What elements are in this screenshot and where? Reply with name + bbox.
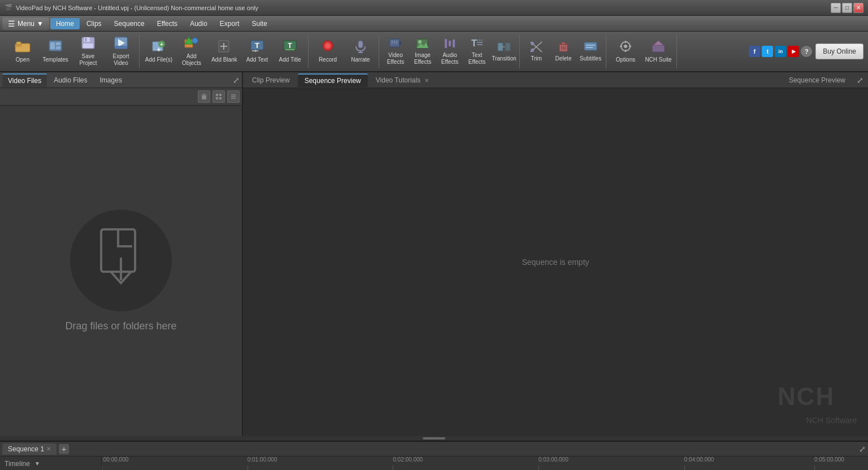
add-text-button[interactable]: T Add Text bbox=[241, 35, 273, 68]
file-tab-images[interactable]: Images bbox=[94, 74, 128, 86]
menu-home[interactable]: Home bbox=[50, 18, 80, 29]
file-panel-expand[interactable]: ⤢ bbox=[233, 76, 240, 85]
facebook-icon[interactable]: f bbox=[749, 46, 760, 57]
time-ruler: :00:00,000 0:01:00.000 0:02:00.000 0:03:… bbox=[102, 456, 868, 470]
save-icon bbox=[81, 36, 96, 52]
svg-rect-43 bbox=[445, 39, 447, 48]
menu-sequence[interactable]: Sequence bbox=[108, 18, 150, 29]
svg-text:T: T bbox=[288, 42, 292, 50]
file-view-thumb[interactable] bbox=[212, 90, 225, 103]
video-effects-button[interactable]: Video Effects bbox=[383, 35, 409, 68]
trim-button[interactable]: Trim bbox=[523, 35, 549, 68]
close-tutorials-tab[interactable]: ✕ bbox=[424, 77, 429, 84]
preview-panel-title: Sequence Preview bbox=[789, 76, 850, 84]
record-button[interactable]: Record bbox=[312, 35, 344, 68]
export-video-button[interactable]: Export Video bbox=[105, 35, 137, 68]
menu-dropdown[interactable]: ☰ Menu ▼ bbox=[2, 18, 49, 30]
svg-point-67 bbox=[624, 45, 627, 48]
transition-icon bbox=[497, 41, 511, 54]
subtitles-button[interactable]: Subtitles bbox=[578, 35, 604, 68]
image-effects-button[interactable]: Image Effects bbox=[410, 35, 436, 68]
templates-icon bbox=[48, 40, 63, 55]
svg-rect-44 bbox=[449, 41, 451, 46]
file-tab-video[interactable]: Video Files bbox=[2, 73, 47, 87]
preview-expand-icon[interactable]: ⤢ bbox=[854, 76, 866, 85]
sequence-tab-label: Sequence 1 bbox=[8, 445, 44, 453]
preview-header-right: Sequence Preview ⤢ bbox=[789, 76, 866, 85]
text-effects-button[interactable]: T Text Effects bbox=[464, 35, 490, 68]
file-delete-btn[interactable] bbox=[198, 90, 210, 103]
menu-export[interactable]: Export bbox=[214, 18, 245, 29]
menu-effects[interactable]: Effects bbox=[151, 18, 183, 29]
help-icon[interactable]: ? bbox=[801, 46, 812, 57]
video-effects-icon bbox=[389, 38, 402, 51]
menu-audio[interactable]: Audio bbox=[184, 18, 213, 29]
svg-rect-13 bbox=[115, 46, 127, 49]
open-label: Open bbox=[16, 56, 29, 63]
svg-rect-6 bbox=[56, 46, 60, 49]
sequence-tab-1[interactable]: Sequence 1 ✕ bbox=[2, 443, 57, 455]
splitter-handle bbox=[423, 437, 445, 439]
tab-clip-preview[interactable]: Clip Preview bbox=[245, 74, 297, 86]
file-view-list[interactable] bbox=[227, 90, 240, 103]
add-objects-button[interactable]: Add Objects bbox=[176, 35, 207, 68]
timeline-header: Timeline ▼ :00:00,000 0:01:00.000 0:02:0… bbox=[0, 456, 868, 470]
nch-suite-label: NCH Suite bbox=[645, 56, 671, 63]
options-button[interactable]: Options bbox=[610, 35, 641, 68]
menu-label: Menu bbox=[18, 20, 34, 28]
add-files-button[interactable]: ++ Add File(s) bbox=[143, 35, 175, 68]
narrate-button[interactable]: Narrate bbox=[345, 35, 376, 68]
svg-point-55 bbox=[531, 42, 534, 45]
save-project-button[interactable]: Save Project bbox=[72, 35, 104, 68]
maximize-button[interactable]: □ bbox=[842, 3, 852, 13]
toolbar-group-record: Record Narrate bbox=[310, 34, 379, 68]
file-toolbar bbox=[0, 88, 242, 106]
audio-effects-icon bbox=[443, 38, 457, 51]
svg-rect-2 bbox=[16, 42, 21, 45]
templates-button[interactable]: Templates bbox=[40, 35, 71, 68]
open-button[interactable]: Open bbox=[7, 35, 38, 68]
main-splitter[interactable] bbox=[0, 436, 868, 441]
add-title-button[interactable]: T Add Title bbox=[274, 35, 306, 68]
hamburger-icon: ☰ bbox=[8, 19, 15, 28]
nch-suite-button[interactable]: NCH Suite bbox=[643, 35, 674, 68]
toolbar-group-settings: Options NCH Suite bbox=[607, 34, 677, 68]
timeline-expand-icon[interactable]: ⤢ bbox=[859, 445, 866, 454]
buy-online-button[interactable]: Buy Online bbox=[815, 43, 863, 59]
audio-effects-button[interactable]: Audio Effects bbox=[437, 35, 463, 68]
svg-rect-8 bbox=[84, 37, 90, 42]
svg-rect-59 bbox=[562, 42, 565, 44]
add-files-label: Add File(s) bbox=[145, 56, 172, 63]
svg-rect-63 bbox=[584, 42, 597, 50]
add-objects-label: Add Objects bbox=[177, 53, 206, 67]
menu-suite[interactable]: Suite bbox=[246, 18, 273, 29]
add-sequence-button[interactable]: + bbox=[59, 444, 69, 454]
preview-panel: Clip Preview Sequence Preview Video Tuto… bbox=[243, 72, 868, 436]
sequence-empty-text: Sequence is empty bbox=[522, 258, 589, 267]
save-project-label: Save Project bbox=[73, 53, 103, 67]
trim-label: Trim bbox=[531, 55, 542, 62]
nch-logo: NCH bbox=[778, 382, 857, 416]
file-tab-audio[interactable]: Audio Files bbox=[48, 74, 93, 86]
add-blank-button[interactable]: Add Blank bbox=[209, 35, 240, 68]
sequence-tab-close[interactable]: ✕ bbox=[46, 446, 51, 452]
text-effects-label: Text Effects bbox=[465, 52, 489, 66]
trim-icon bbox=[530, 41, 542, 54]
delete-button[interactable]: Delete bbox=[550, 35, 576, 68]
minimize-button[interactable]: ─ bbox=[831, 3, 841, 13]
add-objects-icon bbox=[184, 36, 199, 52]
tab-sequence-preview[interactable]: Sequence Preview bbox=[298, 73, 368, 87]
main-area: Video Files Audio Files Images ⤢ bbox=[0, 72, 868, 436]
file-content: Drag files or folders here bbox=[0, 106, 242, 436]
youtube-icon[interactable]: ▶ bbox=[788, 46, 799, 57]
image-effects-icon bbox=[416, 38, 429, 51]
timeline-track-header: Timeline ▼ bbox=[0, 456, 102, 470]
audio-effects-label: Audio Effects bbox=[438, 52, 462, 66]
twitter-icon[interactable]: t bbox=[762, 46, 773, 57]
linkedin-icon[interactable]: in bbox=[775, 46, 786, 57]
transition-button[interactable]: Transition bbox=[491, 35, 517, 68]
svg-rect-9 bbox=[85, 38, 86, 41]
close-button[interactable]: ✕ bbox=[853, 3, 863, 13]
tab-video-tutorials[interactable]: Video Tutorials ✕ bbox=[369, 74, 436, 86]
menu-clips[interactable]: Clips bbox=[81, 18, 107, 29]
